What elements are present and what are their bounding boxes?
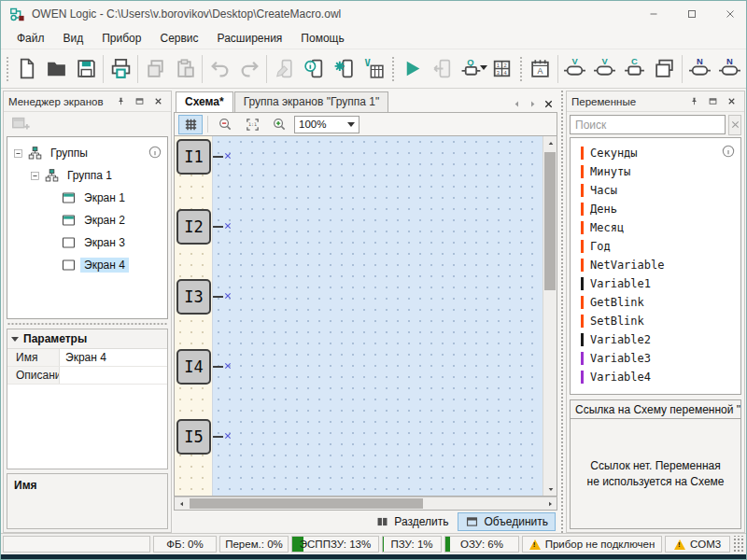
screen-forms-block-button[interactable] [650, 52, 680, 86]
variable-item-4[interactable]: День [571, 200, 740, 218]
input-block-i1[interactable]: I1 [176, 139, 211, 175]
scroll-down-icon[interactable] [543, 482, 557, 496]
variable-item-1[interactable]: Секунды [571, 144, 740, 162]
tree-item-2[interactable]: Группа 1 [7, 164, 167, 187]
close-panel-icon[interactable] [150, 94, 166, 109]
tab-2[interactable]: Группа экранов "Группа 1" [234, 91, 389, 112]
parameter-value-field[interactable] [60, 367, 167, 384]
tree-item-6[interactable]: Экран 4 [7, 254, 167, 276]
start-simulation-button[interactable] [398, 52, 428, 86]
toolbar-drag-handle[interactable] [390, 56, 397, 82]
input-block-i2[interactable]: I2 [176, 209, 211, 245]
clock-block-button[interactable]: A [526, 52, 556, 86]
variable-item-8[interactable]: Variable1 [571, 274, 740, 293]
info-icon[interactable] [148, 145, 162, 160]
variable-item-10[interactable]: SetBlink [571, 312, 740, 330]
toolbar-drag-handle[interactable] [518, 56, 525, 82]
horizontal-scroll-thumb[interactable] [190, 498, 423, 509]
open-file-button[interactable] [41, 52, 71, 86]
close-panel-icon[interactable] [724, 94, 740, 109]
zoom-reset-button[interactable]: 1:1 [240, 115, 264, 134]
variable-item-6[interactable]: Год [571, 237, 740, 256]
right-panel-splitter[interactable] [559, 91, 564, 533]
write-to-device-button[interactable] [269, 52, 299, 86]
tree-item-5[interactable]: Экран 3 [7, 231, 167, 254]
tab-scroll-left-icon[interactable] [509, 95, 524, 112]
output-network-block-button[interactable]: N [714, 52, 744, 86]
parameters-header[interactable]: Параметры [7, 329, 167, 349]
pin-marker-icon[interactable] [224, 432, 232, 440]
search-input[interactable] [570, 115, 726, 134]
merge-view-button[interactable]: Объединить [458, 512, 556, 531]
close-button[interactable] [714, 3, 746, 25]
add-screen-button[interactable] [7, 113, 34, 135]
read-from-device-button[interactable] [428, 52, 458, 86]
tab-close-icon[interactable] [541, 95, 556, 112]
chevron-down-icon[interactable] [480, 65, 487, 70]
zoom-in-button[interactable] [267, 115, 291, 134]
device-information-button[interactable] [299, 52, 329, 86]
display-block-button[interactable]: 1234 [487, 52, 517, 86]
resize-grip-icon[interactable] [733, 536, 744, 553]
tree-item-1[interactable]: Группы [7, 142, 167, 164]
input-variable-block-button[interactable]: V [560, 52, 590, 86]
pin-marker-icon[interactable] [224, 222, 232, 230]
zoom-level-select[interactable]: 100% [294, 116, 359, 133]
paste-button[interactable] [170, 52, 200, 86]
split-view-button[interactable]: Разделить [368, 512, 456, 531]
maximize-panel-icon[interactable] [132, 94, 148, 109]
tree-item-4[interactable]: Экран 2 [7, 209, 167, 231]
variable-item-9[interactable]: GetBlink [571, 293, 740, 312]
pin-marker-icon[interactable] [224, 362, 232, 370]
scroll-left-icon[interactable] [175, 497, 189, 510]
menu-item-4[interactable]: Сервис [151, 29, 206, 48]
input-block-i3[interactable]: I3 [176, 279, 211, 315]
parameter-value-field[interactable]: Экран 4 [60, 349, 167, 366]
print-button[interactable] [106, 52, 135, 86]
left-panel-splitter[interactable] [7, 320, 168, 328]
search-clear-button[interactable] [728, 115, 741, 135]
maximize-panel-icon[interactable] [705, 94, 721, 109]
tab-1[interactable]: Схема* [176, 91, 233, 112]
variable-item-7[interactable]: NetVariable [571, 256, 740, 274]
tree-item-3[interactable]: Экран 1 [7, 187, 167, 209]
menu-item-5[interactable]: Расширения [209, 29, 291, 48]
variables-table-button[interactable]: V [359, 52, 389, 86]
input-block-i4[interactable]: I4 [176, 349, 211, 385]
maximize-button[interactable] [676, 3, 708, 25]
menu-item-3[interactable]: Прибор [93, 29, 149, 48]
undo-button[interactable] [204, 52, 234, 86]
pin-marker-icon[interactable] [224, 292, 232, 300]
scroll-right-icon[interactable] [543, 497, 557, 510]
tree-expander-icon[interactable] [30, 171, 40, 181]
variable-item-5[interactable]: Месяц [571, 218, 740, 237]
vertical-scroll-thumb[interactable] [544, 152, 556, 290]
copy-button[interactable] [140, 52, 170, 86]
save-file-button[interactable] [71, 52, 101, 86]
pin-marker-icon[interactable] [224, 152, 232, 160]
tree-expander-icon[interactable] [13, 148, 23, 159]
canvas-grid-area[interactable] [213, 136, 543, 496]
constant-block-button[interactable]: C [620, 52, 650, 86]
output-variable-block-button[interactable]: V [590, 52, 620, 86]
scroll-up-icon[interactable] [543, 136, 557, 150]
variable-item-12[interactable]: Variable3 [571, 349, 740, 368]
pin-icon[interactable] [686, 94, 702, 109]
device-configuration-button[interactable] [329, 52, 359, 86]
minimize-button[interactable] [638, 3, 669, 25]
menu-item-2[interactable]: Вид [55, 29, 92, 48]
horizontal-scrollbar[interactable] [174, 497, 557, 511]
pin-icon[interactable] [113, 94, 129, 109]
info-icon[interactable] [721, 144, 736, 159]
zoom-out-button[interactable] [213, 115, 237, 134]
toolbar-drag-handle[interactable] [4, 56, 10, 82]
variable-item-13[interactable]: Variable4 [571, 368, 740, 386]
menu-item-1[interactable]: Файл [8, 29, 53, 48]
vertical-scrollbar[interactable] [543, 136, 557, 496]
variable-item-11[interactable]: Variable2 [571, 330, 740, 349]
input-network-block-button[interactable]: N [684, 52, 714, 86]
redo-button[interactable] [234, 52, 264, 86]
menu-item-6[interactable]: Помощь [292, 29, 352, 48]
tab-scroll-right-icon[interactable] [525, 95, 540, 112]
output-block-button[interactable]: Q [458, 52, 487, 86]
